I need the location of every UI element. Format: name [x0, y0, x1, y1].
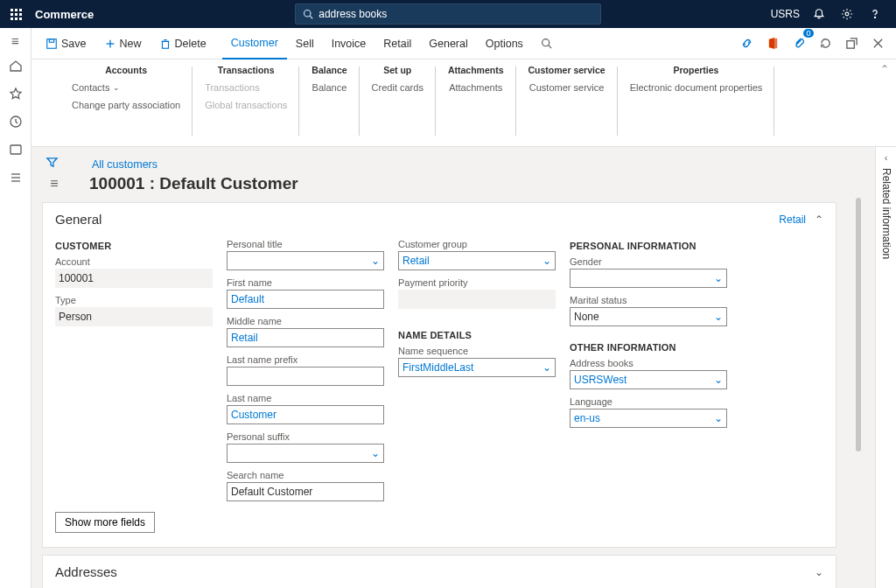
address-books-select[interactable]: USRSWest⌄	[570, 370, 727, 389]
svg-rect-19	[846, 41, 853, 48]
chevron-up-icon: ⌃	[815, 214, 823, 226]
hamburger-icon[interactable]: ≡	[11, 33, 19, 48]
ribbon-group-balance: Balance Balance	[299, 60, 359, 146]
settings-icon[interactable]	[835, 0, 859, 28]
tab-retail[interactable]: Retail	[374, 28, 420, 60]
svg-rect-18	[774, 38, 777, 48]
related-info-label: Related information	[880, 168, 892, 259]
language-select[interactable]: en-us⌄	[570, 409, 727, 428]
personal-title-select[interactable]: ⌄	[227, 251, 384, 270]
ribbon-group-customer-service: Customer service Customer service	[516, 60, 618, 146]
attach-icon[interactable]: 0	[788, 32, 810, 55]
popout-icon[interactable]	[840, 32, 863, 55]
svg-point-16	[542, 39, 549, 46]
chevron-down-icon: ⌄	[542, 361, 551, 374]
home-icon[interactable]	[9, 59, 23, 76]
new-button[interactable]: New	[95, 34, 150, 53]
favorites-icon[interactable]	[9, 87, 23, 104]
chevron-down-icon: ⌄	[714, 412, 723, 424]
marital-select[interactable]: None⌄	[570, 307, 727, 326]
app-launcher-icon[interactable]	[0, 0, 32, 28]
svg-rect-10	[49, 38, 53, 42]
link-icon[interactable]	[735, 32, 758, 55]
save-button[interactable]: Save	[37, 34, 95, 53]
office-icon[interactable]	[761, 32, 784, 55]
panel-badge-retail[interactable]: Retail	[779, 214, 806, 226]
chevron-left-icon[interactable]: ‹	[885, 152, 888, 163]
tab-customer[interactable]: Customer	[222, 28, 287, 60]
tab-sell[interactable]: Sell	[287, 28, 323, 60]
ribbon: Accounts Contacts ⌄ Change party associa…	[32, 60, 896, 147]
panel-general: General Retail ⌃ CUSTOMER Account 100001…	[42, 202, 836, 548]
section-name-details: NAME DETAILS	[398, 330, 556, 340]
chevron-down-icon: ⌄	[542, 255, 551, 267]
ribbon-item-change-party[interactable]: Change party association	[72, 98, 180, 112]
type-field: Person	[55, 307, 213, 326]
svg-line-1	[310, 16, 312, 18]
breadcrumb[interactable]: All customers	[66, 158, 158, 171]
search-icon	[303, 9, 313, 19]
ribbon-item-transactions: Transactions	[205, 80, 260, 94]
tab-search-icon[interactable]	[532, 28, 561, 60]
chevron-down-icon: ⌄	[714, 272, 723, 284]
search-box[interactable]	[295, 4, 601, 24]
middle-name-input[interactable]	[227, 328, 384, 347]
attach-badge: 0	[803, 29, 814, 38]
account-field: 100001	[55, 269, 213, 288]
svg-point-2	[845, 12, 849, 16]
tab-general[interactable]: General	[420, 28, 476, 60]
chevron-down-icon: ⌄	[371, 447, 380, 459]
panel-header-general[interactable]: General Retail ⌃	[43, 203, 836, 235]
workspaces-icon[interactable]	[9, 143, 23, 160]
payment-priority-field	[398, 290, 556, 309]
customer-group-select[interactable]: Retail⌄	[398, 251, 556, 270]
ribbon-item-attachments[interactable]: Attachments	[449, 80, 502, 94]
notifications-icon[interactable]	[807, 0, 831, 28]
ribbon-item-edoc-props[interactable]: Electronic document properties	[630, 80, 763, 94]
first-name-input[interactable]	[227, 290, 384, 309]
last-name-prefix-input[interactable]	[227, 367, 384, 386]
modules-icon[interactable]	[9, 171, 23, 188]
show-more-fields-button[interactable]: Show more fields	[55, 512, 155, 533]
chevron-down-icon: ⌄	[714, 311, 723, 323]
gender-select[interactable]: ⌄	[570, 269, 727, 288]
recent-icon[interactable]	[9, 115, 23, 132]
name-sequence-select[interactable]: FirstMiddleLast⌄	[398, 358, 556, 377]
ribbon-item-credit-cards[interactable]: Credit cards	[372, 80, 424, 94]
tab-invoice[interactable]: Invoice	[323, 28, 375, 60]
ribbon-group-setup: Set up Credit cards	[360, 60, 436, 146]
ribbon-item-balance[interactable]: Balance	[312, 80, 347, 94]
ribbon-item-contacts[interactable]: Contacts ⌄	[72, 80, 120, 94]
close-icon[interactable]	[866, 32, 889, 55]
view-options-icon[interactable]: ≡	[46, 176, 63, 192]
search-name-input[interactable]	[227, 482, 384, 501]
svg-point-0	[304, 10, 312, 18]
ribbon-collapse-icon[interactable]: ⌃	[880, 63, 889, 75]
action-bar: Save New Delete Customer Sell Invoice Re…	[32, 28, 896, 60]
section-other-info: OTHER INFORMATION	[570, 342, 727, 353]
help-icon[interactable]	[863, 0, 887, 28]
user-label[interactable]: USRS	[771, 8, 803, 20]
panel-header-addresses[interactable]: Addresses ⌄	[43, 556, 836, 588]
delete-button[interactable]: Delete	[150, 34, 215, 53]
svg-rect-5	[10, 145, 21, 154]
chevron-down-icon: ⌄	[371, 255, 380, 267]
scrollbar[interactable]	[856, 198, 861, 579]
svg-rect-13	[162, 41, 168, 48]
ribbon-item-customer-service[interactable]: Customer service	[529, 80, 605, 94]
refresh-icon[interactable]	[814, 32, 836, 55]
app-name: Commerce	[32, 8, 94, 21]
search-input[interactable]	[318, 8, 593, 20]
ribbon-group-properties: Properties Electronic document propertie…	[618, 60, 775, 146]
page-title: 100001 : Default Customer	[70, 174, 298, 193]
personal-suffix-select[interactable]: ⌄	[227, 444, 384, 463]
panel-addresses: Addresses ⌄	[42, 555, 836, 588]
last-name-input[interactable]	[227, 405, 384, 424]
tab-options[interactable]: Options	[477, 28, 532, 60]
global-header: Commerce USRS	[0, 0, 896, 28]
svg-line-17	[549, 46, 551, 48]
filter-icon[interactable]	[46, 156, 59, 172]
chevron-down-icon: ⌄	[113, 83, 120, 92]
ribbon-group-accounts: Accounts Contacts ⌄ Change party associa…	[60, 60, 192, 146]
related-info-rail[interactable]: ‹ Related information	[875, 147, 896, 588]
